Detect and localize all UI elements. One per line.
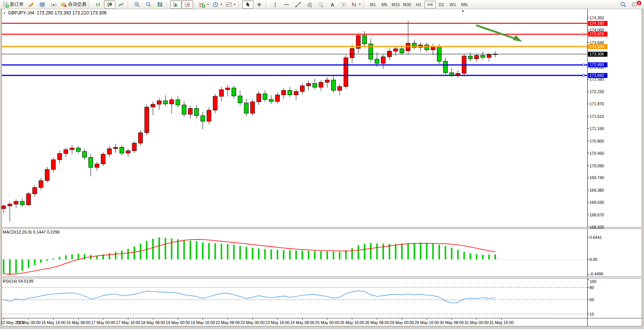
timeframe-d1-button[interactable]: D1 [436,1,447,8]
panel-separator-rsi[interactable] [2,277,642,278]
toolbar-separator [128,1,131,8]
line-chart-button[interactable] [115,0,127,9]
signals-icon [51,2,57,8]
toolbar-separator [89,1,92,8]
candle [244,103,249,113]
candle [219,90,223,96]
candle [101,154,105,164]
zoom-in-button[interactable] [131,0,143,9]
line-handle[interactable] [583,33,585,35]
macd-bar [451,248,453,259]
macd-bar [214,243,216,259]
auto-trading-icon [61,2,67,8]
auto-scroll-button[interactable] [170,0,182,9]
macd-bar [351,248,353,259]
arrows-dropdown-icon[interactable]: ▼ [359,3,361,6]
zoom-out-button[interactable] [143,0,154,9]
timeframe-h4-button[interactable]: H4 [424,1,436,8]
macd-bar [165,238,166,259]
vertical-line-button[interactable] [269,0,281,9]
candle [126,151,130,153]
macd-bar [488,254,490,259]
candle [194,108,199,116]
strategy-tester-button[interactable] [25,0,37,9]
timeframe-m30-button[interactable]: M30 [402,1,413,8]
arrows-button[interactable]: ▼ [349,0,363,9]
timeframe-mn-button[interactable]: MN [459,1,470,8]
crosshair-button[interactable] [253,0,265,9]
tile-windows-button[interactable] [154,0,166,9]
indicators-dropdown-icon[interactable]: ▼ [207,3,209,6]
strategy-tester-icon [28,2,34,8]
candle [450,73,454,75]
equidistant-channel-button[interactable]: E [304,0,315,9]
macd-bar [445,246,446,259]
periods-button[interactable]: ▼ [211,0,224,9]
new-order-button-label: 新订单 [10,1,24,8]
horizontal-line-button[interactable] [281,0,292,9]
candle [70,148,74,150]
trend-arrow[interactable] [477,25,515,38]
macd-bar [28,259,29,268]
candlestick-chart-button[interactable] [104,0,115,9]
macd-bar [438,245,440,259]
candle [89,157,93,167]
candle [201,116,205,121]
macd-bar [84,254,85,259]
candle [306,83,311,86]
macd-bar [414,243,415,259]
text-button[interactable]: A [327,0,338,9]
bar-chart-button[interactable] [92,0,104,9]
trendline-button[interactable] [292,0,304,9]
templates-dropdown-icon[interactable]: ▼ [233,3,236,6]
candle [468,56,472,59]
timeframe-m15-button[interactable]: M15 [390,1,402,8]
indicators-button[interactable]: ▼ [198,0,211,9]
chart-shift-button[interactable] [182,0,193,9]
macd-bar [252,248,253,259]
candle [83,151,87,157]
fibonacci-button[interactable]: F [315,0,327,9]
candle [338,87,342,91]
templates-button[interactable]: ▼ [224,0,238,9]
macd-bar [245,247,247,259]
timeframe-w1-button[interactable]: W1 [447,1,459,8]
cursor-icon [245,2,251,8]
line-handle[interactable] [583,64,585,66]
metaeditor-button[interactable] [37,0,48,9]
macd-bar [183,240,185,259]
candle [344,58,348,87]
periods-dropdown-icon[interactable]: ▼ [220,3,223,6]
cursor-button[interactable] [242,0,253,9]
candle [250,102,255,113]
timeframe-m5-button[interactable]: M5 [379,1,390,8]
macd-bar [482,254,483,259]
line-handle[interactable] [583,46,585,48]
panel-separator-macd[interactable] [2,227,642,229]
macd-bar [401,244,403,259]
timeframe-h4-button-label: H4 [427,2,433,7]
search-icon [620,2,626,8]
macd-bar [426,243,427,259]
line-handle[interactable] [583,75,585,76]
macd-bar [314,251,316,260]
timeframe-h1-button[interactable]: H1 [413,1,424,8]
auto-trading-button[interactable]: 自动交易 [59,0,88,9]
macd-bar [134,246,135,259]
trend-arrow-head[interactable] [513,35,522,42]
new-order-button[interactable]: 新订单 [1,0,25,9]
macd-bar [146,241,148,259]
timeframe-m1-button[interactable]: M1 [367,1,379,8]
search-button[interactable] [617,0,629,9]
signals-button[interactable] [48,0,59,9]
text-label-button[interactable]: T [338,0,349,9]
macd-bar [463,252,465,259]
toolbar-separator [266,1,269,8]
candle [207,110,211,121]
chat-button[interactable]: 1 [629,0,640,9]
candle [288,91,292,95]
candle [107,149,112,154]
timeframe-m15-button-label: M15 [392,2,400,7]
macd-bar [295,251,297,259]
candle [381,57,385,63]
